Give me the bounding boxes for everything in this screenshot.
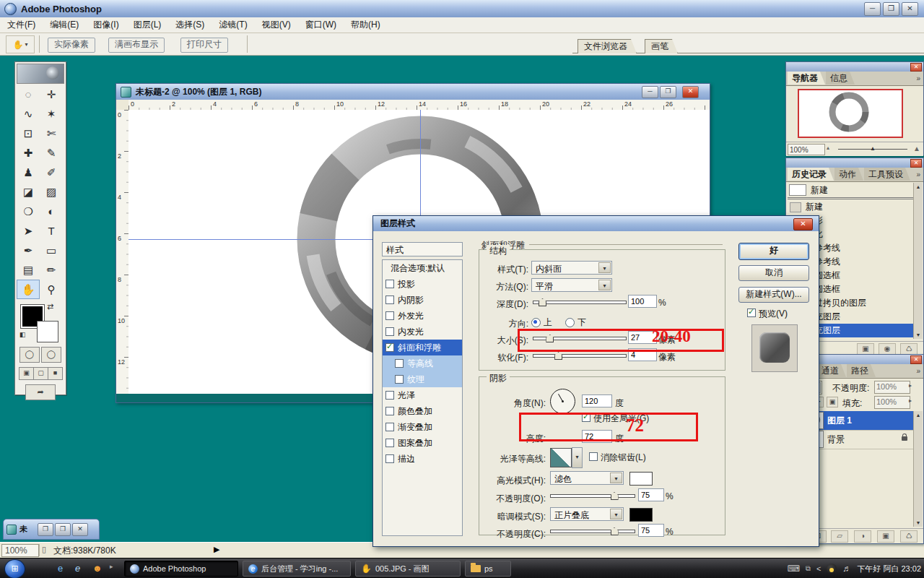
close-icon[interactable]: ✕	[72, 523, 88, 536]
ok-button[interactable]: 好	[738, 243, 809, 260]
print-size-button[interactable]: 打印尺寸	[180, 38, 228, 53]
tab-brushes[interactable]: 画笔	[645, 39, 678, 53]
horizontal-ruler[interactable]: 02468101214161820222426	[128, 100, 710, 111]
tool-preset-dropdown[interactable]: ✋ ▾	[6, 35, 35, 53]
style-list-item[interactable]: 斜面和浮雕	[383, 340, 462, 355]
status-zoom-field[interactable]: 100%	[1, 544, 39, 557]
spinner-icon[interactable]: ▸	[909, 397, 912, 404]
background-color-swatch[interactable]	[37, 321, 58, 342]
spinner-icon[interactable]: ▸	[909, 382, 912, 389]
move-tool[interactable]: ✛	[40, 85, 63, 104]
start-button[interactable]: ⊞	[4, 559, 25, 578]
palette-titlebar[interactable]: ✕	[786, 62, 923, 72]
path-selection-tool[interactable]: ➤	[17, 221, 40, 241]
pen-tool[interactable]: ✒	[17, 241, 40, 260]
dialog-titlebar[interactable]: 图层样式	[373, 216, 819, 231]
maximize-icon[interactable]: ❐	[55, 523, 71, 536]
document-titlebar[interactable]: 未标题-2 @ 100% (图层 1, RGB)	[116, 84, 710, 100]
highlight-mode-dropdown[interactable]: 滤色 ▾	[550, 471, 624, 485]
keyboard-icon[interactable]: ⌨	[787, 564, 799, 574]
elliptical-marquee-tool[interactable]: ◌	[17, 85, 40, 104]
style-checkbox[interactable]	[385, 439, 394, 447]
shadow-color-swatch[interactable]	[629, 508, 653, 522]
style-checkbox[interactable]	[395, 359, 404, 368]
gloss-contour-thumbnail[interactable]	[550, 448, 572, 467]
close-icon[interactable]: ✕	[793, 218, 813, 230]
scroll-up-icon[interactable]: ▲	[914, 411, 923, 419]
menu-item[interactable]: 编辑(E)	[43, 17, 86, 33]
style-list-item[interactable]: 颜色叠加	[383, 403, 462, 419]
style-list-item[interactable]: 纹理	[383, 371, 462, 387]
history-step[interactable]: 新建	[788, 200, 915, 214]
close-icon[interactable]: ✕	[902, 2, 918, 16]
standard-screen-button[interactable]: ▣	[19, 367, 34, 380]
scroll-down-icon[interactable]: ▼	[914, 331, 923, 339]
scroll-up-icon[interactable]: ▲	[914, 183, 923, 191]
history-snapshot-row[interactable]: 新建	[788, 183, 915, 199]
palette-menu-icon[interactable]: »	[916, 171, 920, 178]
taskbar-item-paint[interactable]: ✋ 005.JPG - 画图	[355, 561, 461, 577]
crop-tool[interactable]: ⊡	[17, 124, 40, 143]
style-list-item[interactable]: 渐变叠加	[383, 419, 462, 435]
soften-slider[interactable]	[533, 351, 627, 360]
menu-item[interactable]: 窗口(W)	[298, 17, 344, 33]
highlight-color-swatch[interactable]	[629, 472, 653, 486]
quick-launch-messenger-icon[interactable]: ☻	[92, 563, 103, 574]
layer-group-icon[interactable]: ▱	[831, 530, 848, 543]
navigator-proxy-view[interactable]	[798, 89, 903, 138]
eyedropper-tool[interactable]: ✏	[40, 260, 63, 280]
depth-slider[interactable]	[533, 298, 627, 306]
angle-dial[interactable]	[550, 389, 575, 414]
hand-tool[interactable]: ✋	[17, 280, 40, 299]
fit-on-screen-button[interactable]: 满画布显示	[108, 38, 165, 53]
actual-pixels-button[interactable]: 实际像素	[48, 38, 95, 53]
style-checkbox[interactable]	[385, 311, 394, 320]
navigator-slider-thumb[interactable]: ▲	[870, 145, 876, 152]
quick-mask-mode-button[interactable]: ◯	[41, 347, 61, 363]
slice-tool[interactable]: ✄	[40, 124, 63, 143]
close-icon[interactable]: ✕	[910, 355, 922, 364]
menu-item[interactable]: 滤镜(T)	[212, 17, 254, 33]
quick-launch-ie-icon[interactable]: e	[58, 563, 63, 574]
new-style-button[interactable]: 新建样式(W)...	[738, 287, 809, 303]
maximize-icon[interactable]: ❐	[883, 2, 899, 16]
quick-launch-expand-icon[interactable]: ▸	[110, 563, 113, 570]
new-layer-icon[interactable]: ▣	[877, 530, 894, 543]
eraser-tool[interactable]: ◪	[17, 182, 40, 202]
navigator-zoom-input[interactable]	[788, 144, 825, 155]
style-checkbox[interactable]	[385, 423, 394, 431]
fullscreen-button[interactable]: ■	[48, 367, 63, 380]
style-checkbox[interactable]	[385, 407, 394, 415]
menu-item[interactable]: 选择(S)	[168, 17, 212, 33]
direction-down-radio[interactable]	[565, 318, 575, 327]
vertical-ruler[interactable]: 024681012	[116, 110, 129, 402]
taskbar-item-photoshop[interactable]: Adobe Photoshop	[124, 561, 238, 577]
volume-icon[interactable]: ♬	[842, 564, 851, 574]
shadow-opacity-slider[interactable]	[550, 527, 635, 535]
tab-file-browser[interactable]: 文件浏览器	[578, 39, 637, 53]
taskbar-item-browser[interactable]: e 后台管理 - 学习ing -...	[243, 561, 351, 577]
style-checkbox[interactable]	[395, 375, 404, 384]
minimized-document-window[interactable]: 未 ❐ ❐ ✕	[3, 519, 100, 540]
scrollbar[interactable]: ▲ ▼	[913, 183, 923, 339]
angle-input[interactable]	[582, 394, 612, 407]
brush-tool[interactable]: ✎	[40, 143, 63, 163]
magic-wand-tool[interactable]: ✶	[40, 104, 63, 124]
style-checkbox[interactable]	[385, 280, 394, 288]
layer-opacity-value[interactable]: 100%	[874, 381, 910, 394]
trash-icon[interactable]: ♺	[900, 530, 918, 543]
palette-tab[interactable]: 通道	[817, 364, 846, 377]
scrollbar[interactable]: ▲ ▼	[913, 411, 923, 527]
cancel-button[interactable]: 取消	[738, 265, 809, 281]
technique-dropdown[interactable]: 平滑 ▾	[531, 278, 612, 292]
highlight-opacity-input[interactable]	[638, 488, 664, 501]
direction-up-radio[interactable]	[531, 318, 541, 327]
style-list-item[interactable]: 投影	[383, 276, 462, 292]
blur-tool[interactable]: ❍	[17, 202, 40, 221]
doc-close-icon[interactable]: ✕	[682, 86, 699, 98]
quick-launch-browser-icon[interactable]: e	[75, 563, 80, 574]
style-list-item[interactable]: 图案叠加	[383, 435, 462, 451]
style-list-item[interactable]: 等高线	[383, 355, 462, 371]
zoom-tool[interactable]: ⚲	[40, 280, 63, 299]
menu-item[interactable]: 文件(F)	[0, 17, 43, 33]
